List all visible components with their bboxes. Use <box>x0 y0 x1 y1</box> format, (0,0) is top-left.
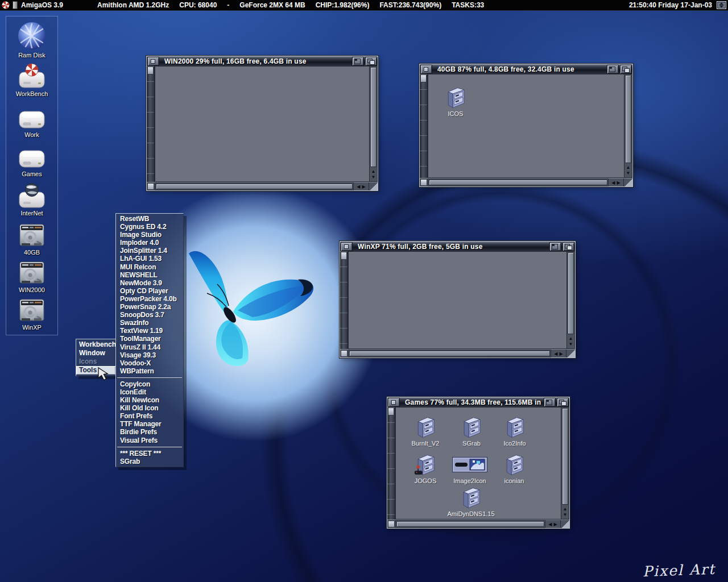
close-button[interactable] <box>147 57 159 66</box>
submenu-item[interactable]: Voodoo-X <box>116 359 183 367</box>
folder-icon-ico2info[interactable]: Ico2Info <box>493 414 536 447</box>
submenu-item[interactable]: Birdie Prefs <box>116 428 183 436</box>
submenu-item[interactable]: JoinSplitter 1.4 <box>116 247 183 255</box>
window-content: ICOS <box>428 74 624 178</box>
submenu-item[interactable]: MUI Relcon <box>116 263 183 271</box>
close-button[interactable] <box>388 398 400 407</box>
stat-cpu: CPU: 68040 <box>179 1 217 9</box>
submenu-item[interactable]: WBPattern <box>116 367 183 375</box>
submenu-item[interactable]: TTF Manager <box>116 420 183 428</box>
vertical-scrollbar[interactable]: ▲▼ <box>369 66 378 182</box>
resize-handle[interactable] <box>369 182 378 190</box>
zoom-button[interactable] <box>549 242 561 251</box>
desktop-icon-40gb[interactable]: 40GB <box>6 217 57 256</box>
hscroll-thumb[interactable] <box>156 184 353 189</box>
submenu-item[interactable]: Kill Old Icon <box>116 404 183 412</box>
vscroll-arrow-icons[interactable]: ▲▼ <box>567 335 574 348</box>
submenu-item[interactable]: Opty CD Player <box>116 287 183 295</box>
submenu-item[interactable]: Kill NewIcon <box>116 396 183 404</box>
resize-handle[interactable] <box>566 350 575 357</box>
depth-button[interactable] <box>620 65 632 74</box>
vertical-scrollbar[interactable]: ▲▼ <box>561 407 569 519</box>
zoom-button[interactable] <box>352 57 364 66</box>
desktop-icon-work[interactable]: Work <box>6 99 57 138</box>
hscroll-arrow-icons[interactable]: ◀▶ <box>609 178 623 186</box>
submenu-item[interactable]: SnoopDos 3.7 <box>116 311 183 319</box>
menu-item-tools[interactable]: Tools <box>76 366 115 375</box>
window-bottom-border: ◀▶ <box>340 349 575 357</box>
tool-icon-image2icon[interactable]: Image2Icon <box>448 452 491 484</box>
submenu-item[interactable]: Visage 39.3 <box>116 351 183 359</box>
folder-icon-sgrab[interactable]: SGrab <box>450 414 493 447</box>
submenu-item[interactable]: NEWSHELL <box>116 271 183 279</box>
folder-icon-amidyndns[interactable]: AmiDynDNS1.15 <box>449 485 493 517</box>
submenu-item[interactable]: *** RESET *** <box>116 450 183 458</box>
vertical-scrollbar[interactable]: ▲▼ <box>566 251 575 349</box>
submenu-item[interactable]: NewMode 3.9 <box>116 279 183 287</box>
submenu-item[interactable]: SGrab <box>116 458 183 465</box>
vscroll-thumb[interactable] <box>370 67 377 167</box>
depth-button[interactable] <box>557 398 569 407</box>
menu-item-window[interactable]: Window <box>76 349 115 357</box>
desktop-icon-ramdisk[interactable]: Ram Disk <box>6 20 57 59</box>
submenu-item[interactable]: TextView 1.19 <box>116 327 183 335</box>
vscroll-thumb[interactable] <box>625 75 631 163</box>
titlebar[interactable]: 40GB 87% full, 4.8GB free, 32.4GB in use <box>420 64 632 74</box>
vscroll-arrow-icons[interactable]: ▲▼ <box>370 168 377 181</box>
folder-icon-icos[interactable]: ICOS <box>434 85 477 117</box>
wallpaper-signature: Pixel Art <box>643 561 716 580</box>
desktop-icon-winxp[interactable]: WinXP <box>6 292 57 331</box>
close-button[interactable] <box>341 242 353 251</box>
vscroll-thumb[interactable] <box>562 408 568 505</box>
submenu-item[interactable]: VirusZ II 1.44 <box>116 343 183 351</box>
titlebar[interactable]: WIN2000 29% full, 16GB free, 6.4GB in us… <box>147 56 378 66</box>
desktop-icon-win2000[interactable]: WIN2000 <box>6 255 57 293</box>
workbench-menu: WorkbenchWindowIconsTools <box>76 339 116 376</box>
vscroll-thumb[interactable] <box>568 252 574 334</box>
horizontal-scrollbar[interactable] <box>155 182 354 190</box>
horizontal-scrollbar[interactable] <box>348 350 551 357</box>
work-disk-icon <box>18 99 46 130</box>
submenu-item[interactable]: IconEdit <box>116 388 183 396</box>
desktop-icon-games[interactable]: Games <box>6 139 57 177</box>
submenu-item[interactable]: Imploder 4.0 <box>116 239 183 247</box>
vertical-scrollbar[interactable]: ▲▼ <box>624 74 632 178</box>
zoom-button[interactable] <box>607 65 619 74</box>
folder-icon-iconian[interactable]: iconian <box>493 452 536 484</box>
hscroll-thumb[interactable] <box>429 180 607 185</box>
submenu-item[interactable]: Cygnus ED 4.2 <box>116 223 183 231</box>
desktop-icon-workbench[interactable]: WorkBench <box>6 59 57 97</box>
submenu-item[interactable]: Image Studio <box>116 231 183 239</box>
close-button[interactable] <box>420 65 432 74</box>
hscroll-arrow-icons[interactable]: ◀▶ <box>545 520 560 528</box>
hscroll-arrow-icons[interactable]: ◀▶ <box>551 350 566 357</box>
screen-depth-gadget[interactable] <box>717 1 726 9</box>
folder-icon-burnit[interactable]: BurnIt_V2 <box>404 414 447 447</box>
desktop-icon-internet[interactable]: InterNet <box>6 178 57 217</box>
titlebar[interactable]: WinXP 71% full, 2GB free, 5GB in use <box>340 242 575 251</box>
titlebar[interactable]: Games 77% full, 34.3MB free, 115.6MB in … <box>387 397 569 407</box>
submenu-item[interactable]: SwazInfo <box>116 319 183 327</box>
horizontal-scrollbar[interactable] <box>428 178 609 186</box>
submenu-item[interactable]: CopyIcon <box>116 380 183 388</box>
submenu-item[interactable]: PowerSnap 2.2a <box>116 303 183 311</box>
menu-item-workbench[interactable]: Workbench <box>76 340 115 349</box>
submenu-item[interactable]: ToolManager <box>116 335 183 343</box>
hscroll-thumb[interactable] <box>349 351 550 356</box>
submenu-item[interactable]: PowerPacker 4.0b <box>116 295 183 303</box>
submenu-item[interactable]: ResetWB <box>116 215 183 223</box>
submenu-item[interactable]: LhA-GUI 1.53 <box>116 255 183 263</box>
folder-icon-jogos[interactable]: JOGOS <box>404 452 447 484</box>
horizontal-scrollbar[interactable] <box>395 520 545 528</box>
hscroll-arrow-icons[interactable]: ◀▶ <box>354 182 369 190</box>
submenu-item[interactable]: Visual Prefs <box>116 436 183 444</box>
resize-handle[interactable] <box>623 178 632 186</box>
resize-handle[interactable] <box>560 520 569 528</box>
submenu-item[interactable]: Font Prefs <box>116 412 183 420</box>
zoom-button[interactable] <box>544 398 556 407</box>
vscroll-arrow-icons[interactable]: ▲▼ <box>561 505 569 519</box>
vscroll-arrow-icons[interactable]: ▲▼ <box>624 164 632 177</box>
hscroll-thumb[interactable] <box>396 521 544 527</box>
depth-button[interactable] <box>562 242 574 251</box>
depth-button[interactable] <box>365 57 377 66</box>
